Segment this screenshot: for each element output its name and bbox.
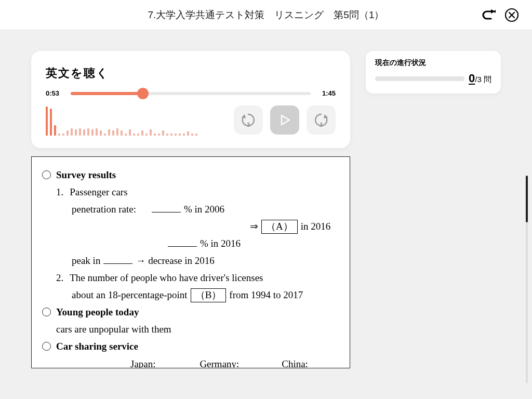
rewind-button[interactable]: 3 [234, 105, 263, 135]
scrollbar-thumb[interactable] [526, 176, 528, 222]
audio-seek-track[interactable] [71, 92, 311, 95]
worksheet-text: Passenger cars [70, 183, 127, 201]
bullet-icon [42, 342, 51, 351]
blank-field [152, 203, 181, 212]
rewind-seconds: 3 [247, 122, 250, 128]
progress-count: 0/3 問 [469, 72, 491, 85]
section-heading: Survey results [56, 166, 116, 183]
worksheet-text: % in 2016 [200, 235, 241, 252]
blank-field [103, 254, 132, 264]
section-heading: Car sharing service [56, 338, 138, 355]
bullet-icon [42, 170, 51, 179]
list-number: 1. [56, 183, 63, 201]
progress-card: 現在の進行状況 0/3 問 [366, 51, 501, 94]
worksheet-text: % in 2006 [184, 201, 224, 218]
worksheet-text: China: [282, 358, 308, 368]
current-time: 0:53 [46, 89, 64, 97]
play-button[interactable] [270, 105, 299, 135]
forward-button[interactable]: 3 [307, 105, 336, 135]
answer-box-b[interactable]: （B） [191, 288, 227, 302]
audio-title: 英文を聴く [46, 65, 336, 81]
total-time: 1:45 [317, 89, 336, 97]
audio-player-card: 英文を聴く 0:53 1:45 [31, 51, 350, 148]
worksheet-text: in 2016 [301, 218, 331, 235]
progress-bar [375, 76, 464, 81]
audio-waveform [46, 104, 207, 136]
worksheet-text: The number of people who have driver's l… [70, 269, 263, 286]
bullet-icon [42, 308, 51, 316]
progress-label: 現在の進行状況 [375, 58, 491, 68]
worksheet-text: peak in [72, 252, 100, 269]
worksheet-panel: Survey results 1.Passenger cars penetrat… [31, 156, 350, 368]
audio-seek-thumb[interactable] [137, 88, 149, 99]
worksheet-text: Japan: popular [130, 355, 182, 368]
arrow-icon: ⇒ [250, 218, 258, 235]
worksheet-text: cars are unpopular with them [56, 321, 171, 338]
list-number: 2. [56, 269, 63, 286]
forward-seconds: 3 [320, 122, 323, 128]
worksheet-text: about an 18-percentage-point [72, 286, 188, 303]
page-title: 7.大学入学共通テスト対策 リスニング 第5問（1） [148, 8, 384, 22]
worksheet-text: penetration rate: [72, 201, 136, 218]
worksheet-text: from 1994 to 2017 [229, 286, 303, 303]
section-heading: Young people today [56, 303, 139, 321]
worksheet-text: → decrease in 2016 [136, 252, 214, 269]
answer-box-a[interactable]: （A） [261, 220, 298, 234]
close-icon[interactable] [504, 7, 520, 23]
back-icon[interactable] [481, 7, 497, 23]
worksheet-text: Germany: popular [200, 355, 264, 368]
blank-field [168, 237, 197, 247]
